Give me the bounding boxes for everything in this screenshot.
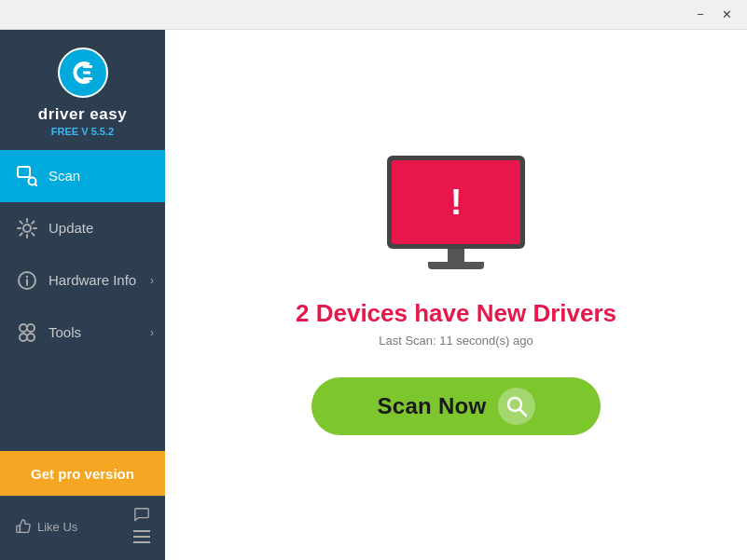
minimize-button[interactable]: − <box>687 5 713 25</box>
sidebar-item-hardware-info-label: Hardware Info <box>48 272 136 288</box>
svg-line-13 <box>32 233 34 235</box>
svg-point-18 <box>26 275 28 277</box>
scan-now-label: Scan Now <box>377 393 486 419</box>
update-icon <box>15 216 39 240</box>
svg-rect-23 <box>17 526 21 532</box>
svg-point-21 <box>20 334 27 341</box>
monitor-neck <box>448 249 464 262</box>
svg-point-19 <box>20 324 27 332</box>
main-content: ! 2 Devices have New Drivers Last Scan: … <box>165 30 747 560</box>
hardware-info-icon <box>15 268 39 293</box>
svg-line-28 <box>519 409 526 416</box>
svg-line-15 <box>21 233 22 235</box>
hardware-info-chevron-icon: › <box>150 274 154 287</box>
sidebar-item-tools[interactable]: Tools › <box>0 307 165 359</box>
last-scan-text: Last Scan: 11 second(s) ago <box>379 334 533 348</box>
get-pro-button[interactable]: Get pro version <box>0 451 165 496</box>
svg-line-12 <box>21 221 22 223</box>
like-us-label: Like Us <box>37 520 77 534</box>
svg-point-22 <box>27 334 35 341</box>
main-layout: driver easy FREE V 5.5.2 Scan <box>0 30 747 560</box>
svg-rect-2 <box>83 72 90 75</box>
scan-now-button[interactable]: Scan Now <box>311 377 601 435</box>
sidebar-item-tools-label: Tools <box>48 324 81 340</box>
svg-rect-1 <box>83 65 92 68</box>
monitor-screen-wrap: ! <box>387 156 525 249</box>
app-name: driver easy <box>38 106 127 124</box>
app-version: FREE V 5.5.2 <box>51 126 114 137</box>
monitor-illustration: ! <box>381 156 531 277</box>
sidebar-item-update-label: Update <box>48 220 93 236</box>
tools-icon <box>15 321 39 345</box>
thumbs-up-icon <box>15 518 32 535</box>
svg-point-7 <box>23 225 31 232</box>
sidebar-item-update[interactable]: Update <box>0 202 165 254</box>
scan-search-icon <box>498 388 535 425</box>
like-us-button[interactable]: Like Us <box>15 518 77 535</box>
chat-icon[interactable] <box>133 506 150 526</box>
svg-rect-4 <box>18 167 30 177</box>
close-button[interactable]: ✕ <box>713 5 740 25</box>
footer-icons <box>133 506 150 547</box>
svg-line-14 <box>32 221 34 223</box>
scan-icon <box>15 164 39 188</box>
sidebar: driver easy FREE V 5.5.2 Scan <box>0 30 165 560</box>
sidebar-header: driver easy FREE V 5.5.2 <box>0 30 165 150</box>
monitor-base <box>428 262 484 269</box>
sidebar-item-scan-label: Scan <box>48 168 80 184</box>
sidebar-nav: Scan Update <box>0 150 165 451</box>
svg-point-20 <box>27 324 35 332</box>
tools-chevron-icon: › <box>150 326 154 339</box>
sidebar-footer: Like Us <box>0 496 165 560</box>
sidebar-item-hardware-info[interactable]: Hardware Info › <box>0 254 165 307</box>
title-bar: − ✕ <box>0 0 747 30</box>
menu-list-icon[interactable] <box>133 530 150 547</box>
sidebar-item-scan[interactable]: Scan <box>0 150 165 202</box>
exclamation-mark: ! <box>450 184 463 220</box>
monitor-screen: ! <box>392 160 520 244</box>
app-logo-icon <box>57 47 109 99</box>
svg-line-6 <box>35 184 38 186</box>
devices-headline: 2 Devices have New Drivers <box>296 299 616 328</box>
svg-rect-3 <box>83 77 92 80</box>
